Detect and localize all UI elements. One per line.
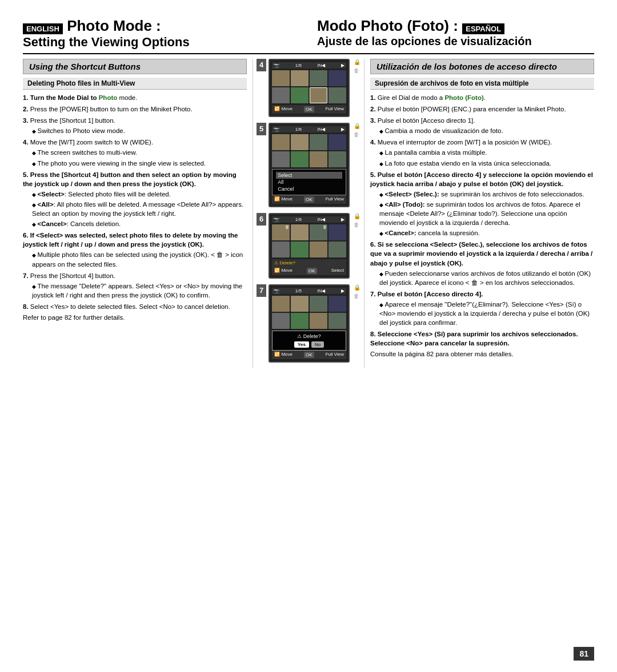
photo-grid-5: [272, 134, 346, 167]
page: ENGLISH Photo Mode : Setting the Viewing…: [0, 0, 617, 672]
right-section-title: Utilización de los botones de acceso dir…: [370, 59, 594, 74]
no-button[interactable]: No: [311, 341, 324, 348]
left-step-1: 1. Turn the Mode Dial to Photo mode.: [23, 93, 247, 102]
step-badge-6: 6: [257, 213, 266, 226]
left-step-6-bullets: Multiple photo files can be selected usi…: [23, 250, 247, 268]
main-body: Using the Shortcut Buttons Deleting Phot…: [23, 59, 594, 368]
center-screens-column: 4 📷 1/6 IN◀ ▶: [253, 59, 364, 368]
photo-grid-7: [272, 296, 346, 329]
right-step-1: 1. Gire el Dial de modo a Photo (Foto).: [370, 93, 594, 102]
espanol-badge: ESPAÑOL: [462, 23, 504, 34]
camera-screen-7: 📷 1/5 IN◀ ▶: [269, 284, 350, 363]
left-step-5-bullets: <Select>: Selected photo files will be d…: [23, 190, 247, 228]
left-title1: Photo Mode :: [67, 17, 161, 34]
screen-4-wrapper: 4 📷 1/6 IN◀ ▶: [257, 59, 360, 117]
right-steps-list: 1. Gire el Dial de modo a Photo (Foto). …: [370, 93, 594, 359]
header-left: ENGLISH Photo Mode : Setting the Viewing…: [23, 17, 300, 50]
english-badge: ENGLISH: [23, 23, 63, 34]
left-step-7-bullets: The message "Delete?" appears. Select <Y…: [23, 281, 247, 300]
left-step-3-bullets: Switches to Photo view mode.: [23, 126, 247, 135]
left-step-2: 2. Press the [POWER] button to turn on t…: [23, 104, 247, 114]
camera-screen-4: 📷 1/6 IN◀ ▶: [269, 59, 350, 117]
left-text-column: Using the Shortcut Buttons Deleting Phot…: [23, 59, 253, 368]
left-step-5: 5. Press the [Shortcut 4] button and the…: [23, 170, 247, 229]
left-title2: Setting the Viewing Options: [23, 35, 190, 49]
photo-grid-6: 🗑 🗑: [272, 224, 346, 257]
left-steps-list: 1. Turn the Mode Dial to Photo mode. 2. …: [23, 93, 247, 322]
page-number: 81: [574, 647, 594, 661]
right-text-column: Utilización de los botones de acceso dir…: [364, 59, 594, 368]
menu-select: Select: [276, 172, 342, 179]
right-title2: Ajuste de las opciones de visualización: [317, 35, 532, 47]
screen-6-wrapper: 6 📷 1/6 IN◀ ▶ 🗑: [257, 213, 360, 279]
screen-5-wrapper: 5 📷 1/6 IN◀ ▶: [257, 123, 360, 207]
right-title-line2: Ajuste de las opciones de visualización: [317, 35, 594, 48]
right-step-8: 8. Seleccione <Yes> (Sí) para suprimir l…: [370, 329, 594, 359]
left-step-8: 8. Select <Yes> to delete selected files…: [23, 302, 247, 322]
right-step-5: 5. Pulse el botón [Acceso directo 4] y s…: [370, 170, 594, 238]
menu-all: All: [276, 179, 342, 186]
step-badge-5: 5: [257, 123, 266, 135]
right-step-2: 2. Pulse el botón [POWER] (ENC.) para en…: [370, 104, 594, 114]
right-step-3: 3. Pulse el botón [Acceso directo 1]. Ca…: [370, 116, 594, 135]
right-title1: Modo Photo (Foto) :: [317, 17, 458, 34]
header-right: Modo Photo (Foto) : ESPAÑOL Ajuste de la…: [300, 17, 594, 48]
left-title-line2: Setting the Viewing Options: [23, 35, 300, 50]
camera-screen-6: 📷 1/6 IN◀ ▶ 🗑 🗑: [269, 213, 350, 279]
step-badge-7: 7: [257, 284, 266, 297]
screen-7-wrapper: 7 📷 1/5 IN◀ ▶: [257, 284, 360, 363]
left-step-3: 3. Press the [Shortcut 1] button. Switch…: [23, 116, 247, 135]
step-badge-4: 4: [257, 59, 266, 71]
header-row: ENGLISH Photo Mode : Setting the Viewing…: [23, 17, 594, 54]
right-step-4: 4. Mueva el interruptor de zoom [W/T] a …: [370, 138, 594, 167]
left-section-title: Using the Shortcut Buttons: [23, 59, 247, 74]
left-step-4: 4. Move the [W/T] zoom switch to W (WIDE…: [23, 138, 247, 167]
yes-button[interactable]: Yes: [294, 341, 309, 348]
left-step-7: 7. Press the [Shortcut 4] button. The me…: [23, 271, 247, 300]
photo-grid-4: [272, 70, 346, 103]
delete-dialog-7: ⚠ Delete? Yes No: [272, 331, 346, 351]
right-step-7: 7. Pulse el botón [Acceso directo 4]. Ap…: [370, 289, 594, 327]
left-title-line1: ENGLISH Photo Mode :: [23, 17, 300, 35]
right-step-6: 6. Si se selecciona <Select> (Selec.), s…: [370, 240, 594, 287]
right-sub-header: Supresión de archivos de foto en vista m…: [370, 78, 594, 90]
camera-screen-5: 📷 1/6 IN◀ ▶: [269, 123, 350, 207]
left-step-6: 6. If <Select> was selected, select phot…: [23, 231, 247, 268]
right-title-line1: Modo Photo (Foto) : ESPAÑOL: [317, 17, 594, 35]
menu-overlay-5: Select All Cancel: [272, 169, 346, 195]
left-step-4-bullets: The screen switches to multi-view. The p…: [23, 148, 247, 167]
menu-cancel: Cancel: [276, 186, 342, 192]
left-sub-header: Deleting Photo files in Multi-View: [23, 78, 247, 90]
